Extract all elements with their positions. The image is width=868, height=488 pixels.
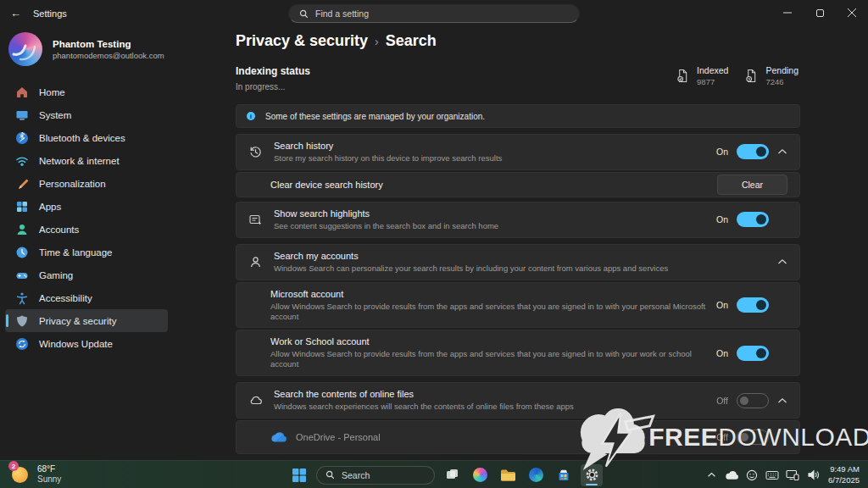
onedrive-toggle[interactable] <box>737 430 769 445</box>
accessibility-icon <box>15 291 29 305</box>
onedrive-icon <box>248 431 296 443</box>
app-title: Settings <box>33 8 67 19</box>
sidebar-item-windows-update[interactable]: Windows Update <box>5 332 168 355</box>
copilot-button[interactable] <box>469 464 491 486</box>
maximize-button[interactable] <box>804 0 836 25</box>
sidebar-item-apps[interactable]: Apps <box>5 195 168 218</box>
search-history-toggle[interactable] <box>737 144 769 159</box>
avatar <box>8 32 42 66</box>
onedrive-row: OneDrive - Personal Off <box>236 420 800 454</box>
apps-icon <box>15 200 29 214</box>
touch-keyboard-icon[interactable] <box>764 465 781 485</box>
user-profile[interactable]: Phantom Testing phantomodemos@outlook.co… <box>8 32 164 66</box>
chevron-up-icon[interactable] <box>777 397 787 404</box>
row-subtitle: Windows Search can personalize your sear… <box>274 263 771 274</box>
indexed-label: Indexed <box>697 65 728 75</box>
microsoft-store-button[interactable] <box>553 464 575 486</box>
search-icon <box>299 9 309 19</box>
row-title: Search my accounts <box>274 251 771 261</box>
file-explorer-button[interactable] <box>497 464 519 486</box>
search-highlights-icon <box>248 213 274 227</box>
clear-button[interactable]: Clear <box>717 175 787 195</box>
back-icon[interactable]: ← <box>10 7 21 20</box>
banner-text: Some of these settings are managed by yo… <box>265 112 485 121</box>
search-highlights-toggle[interactable] <box>737 212 769 227</box>
emoji-tray-icon[interactable] <box>743 465 760 485</box>
clock-time: 9:49 AM <box>828 464 860 474</box>
start-button[interactable] <box>288 464 310 486</box>
microsoft-account-toggle[interactable] <box>737 297 769 313</box>
sidebar-item-label: Network & internet <box>39 156 120 166</box>
sidebar-item-accessibility[interactable]: Accessibility <box>5 286 168 309</box>
online-files-toggle[interactable] <box>737 393 769 408</box>
bluetooth-icon <box>15 131 29 145</box>
chevron-up-icon[interactable] <box>777 148 787 155</box>
online-files-row[interactable]: Search the contents of online files Wind… <box>236 382 800 419</box>
sidebar-item-network-internet[interactable]: Network & internet <box>5 149 168 172</box>
work-school-account-toggle[interactable] <box>737 346 769 361</box>
indexing-status-block: Indexing status In progress... Indexed 9… <box>236 65 800 97</box>
volume-icon[interactable] <box>804 465 821 485</box>
sidebar-item-label: Bluetooth & devices <box>39 133 125 143</box>
sidebar-item-time-language[interactable]: Time & language <box>5 241 168 263</box>
sidebar-item-system[interactable]: System <box>5 103 168 126</box>
work-school-account-row: Work or School account Allow Windows Sea… <box>236 330 800 376</box>
windows-update-icon <box>15 337 29 351</box>
row-subtitle: Windows search experiences will search t… <box>274 402 709 412</box>
taskbar-search-label: Search <box>342 470 370 480</box>
search-highlights-row[interactable]: Show search highlights See content sugge… <box>236 202 800 238</box>
toggle-state-label: On <box>716 147 728 157</box>
tray-chevron-up-icon[interactable] <box>703 465 720 485</box>
search-history-row[interactable]: Search history Store my search history o… <box>236 134 800 170</box>
sidebar-item-label: Time & language <box>39 247 113 258</box>
taskbar: 2 68°F Sunny Search <box>0 460 868 488</box>
task-view-button[interactable] <box>441 464 463 486</box>
edge-button[interactable] <box>525 464 547 486</box>
cast-display-icon[interactable] <box>784 465 801 485</box>
person-icon <box>248 255 274 269</box>
toggle-state-label: On <box>716 300 728 310</box>
sidebar-item-personalization[interactable]: Personalization <box>5 172 168 195</box>
titlebar: ← Settings Find a setting <box>0 0 868 27</box>
row-title: Work or School account <box>270 336 709 347</box>
sidebar-item-label: Apps <box>39 202 61 212</box>
taskbar-search-box[interactable]: Search <box>316 466 435 485</box>
search-history-icon <box>248 145 274 159</box>
find-setting-searchbox[interactable]: Find a setting <box>288 4 580 23</box>
sidebar-item-accounts[interactable]: Accounts <box>5 218 168 241</box>
sidebar-item-bluetooth-devices[interactable]: Bluetooth & devices <box>5 126 168 149</box>
taskbar-clock[interactable]: 9:49 AM 6/7/2025 <box>828 464 860 485</box>
indexed-stat: Indexed 9877 <box>676 65 728 86</box>
toggle-state-label: On <box>716 214 728 225</box>
breadcrumb: Privacy & security › Search <box>236 32 800 50</box>
weather-widget[interactable]: 2 68°F Sunny <box>10 463 61 484</box>
chevron-up-icon[interactable] <box>777 258 787 265</box>
row-subtitle: Store my search history on this device t… <box>274 153 709 164</box>
privacy-icon <box>15 314 29 328</box>
clock-date: 6/7/2025 <box>828 475 860 485</box>
onedrive-tray-icon[interactable] <box>723 465 740 485</box>
sidebar-item-label: Privacy & security <box>39 316 116 326</box>
sidebar-item-privacy-security[interactable]: Privacy & security <box>5 309 168 332</box>
system-icon <box>15 108 29 122</box>
row-subtitle: Allow Windows Search to provide results … <box>270 349 709 369</box>
row-title: Search the contents of online files <box>274 389 709 399</box>
search-my-accounts-row[interactable]: Search my accounts Windows Search can pe… <box>236 244 800 280</box>
home-icon <box>15 86 29 99</box>
profile-email: phantomodemos@outlook.com <box>53 51 164 60</box>
settings-taskbar-button[interactable] <box>581 464 603 486</box>
weather-condition: Sunny <box>37 474 61 484</box>
personalization-icon <box>15 177 29 191</box>
breadcrumb-parent[interactable]: Privacy & security <box>236 32 368 50</box>
indexed-doc-icon <box>676 69 689 83</box>
row-title: Show search highlights <box>274 208 709 219</box>
sidebar-item-gaming[interactable]: Gaming <box>5 263 168 286</box>
row-title: Clear device search history <box>270 180 710 190</box>
close-button[interactable] <box>836 0 868 25</box>
pending-stat: Pending 7246 <box>745 65 798 86</box>
find-setting-placeholder: Find a setting <box>315 8 369 19</box>
microsoft-account-row: Microsoft account Allow Windows Search t… <box>236 282 800 329</box>
toggle-state-label: On <box>716 348 728 358</box>
minimize-button[interactable] <box>771 0 804 25</box>
sidebar-item-home[interactable]: Home <box>5 80 168 103</box>
